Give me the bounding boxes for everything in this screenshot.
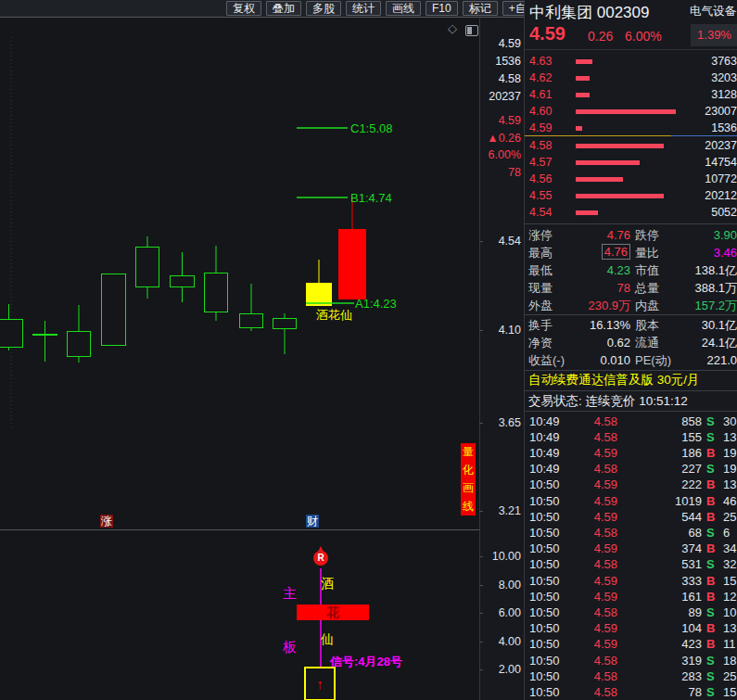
tick-price: 4.58 [594,668,617,684]
stats-row: 净资0.62流通24.1亿 [525,334,737,351]
divider [525,390,737,391]
stat-label: 收益(-) [528,351,565,369]
annotation-a1: A1:4.23 [355,297,397,311]
stat-label: 涨停 [528,226,553,244]
tick-row[interactable]: 10:494.58227S19 [525,461,737,477]
tick-row[interactable]: 10:504.59544B25 [525,509,737,525]
stat-label: 最低 [528,261,553,279]
stat-value: 24.1亿 [702,334,737,351]
gutter-quote-value: 4.59 [499,114,521,127]
quant-drawing-badge[interactable]: 量化画线 [461,443,476,515]
split-screen-icon[interactable] [465,25,478,36]
industry-label[interactable]: 电气设备 [690,4,736,19]
stat-label: 股本 [635,316,659,334]
order-book-row[interactable]: 4.613128 [525,86,737,103]
tick-time: 10:50 [529,525,560,541]
gutter-quote-value: 1536 [495,55,521,68]
tick-row[interactable]: 10:504.59104B13 [525,620,737,636]
stock-code: 002309 [597,4,650,21]
tick-volume: 186 [681,445,702,461]
tick-row[interactable]: 10:504.591019B46 [525,493,737,509]
stat-value: 0.62 [607,334,630,351]
tick-count: 30 [723,414,736,429]
stat-label: 流通 [635,334,659,351]
signal-pin-icon[interactable]: R [313,551,328,566]
stat-value: 138.1亿 [694,261,737,279]
stats-row: 外盘230.9万内盘157.2万 [525,297,737,314]
diamond-icon[interactable]: ◇ [448,21,457,35]
toolbar-button[interactable]: 叠加 [266,1,301,16]
tick-time: 10:50 [529,620,560,636]
badge-char: 线 [463,501,474,513]
tick-row[interactable]: 10:504.58531S32 [525,556,737,572]
badge-char: 画 [463,482,474,494]
stat-value: 221.0 [706,351,737,369]
order-book-row[interactable]: 4.633763 [525,53,737,70]
stat-label: 现量 [528,279,553,297]
tick-row[interactable]: 10:504.5878S15 [525,684,737,700]
order-volume: 3763 [711,53,737,70]
candlestick-chart[interactable] [0,19,479,700]
tick-side: B [706,509,715,525]
tick-row[interactable]: 10:504.59161B12 [525,589,737,605]
stats-row: 最低4.23市值138.1亿 [525,261,737,279]
bid-ask-divider [525,135,737,136]
tick-price: 4.59 [594,445,617,461]
quote-panel: 中利集团 002309 电气设备 4.59 0.26 6.00% 1.39% 4… [524,0,737,700]
tick-volume: 531 [681,556,702,572]
tick-row[interactable]: 10:504.58319S18 [525,653,737,668]
tick-price: 4.59 [594,620,617,636]
toolbar-button[interactable]: 统计 [346,1,381,16]
order-book-row[interactable]: 4.623203 [525,70,737,86]
board-label: 板 [283,639,297,656]
toolbar-button[interactable]: 复权 [226,1,261,16]
tick-price: 4.58 [594,525,617,541]
tick-row[interactable]: 10:504.5889S10 [525,605,737,620]
tick-volume: 319 [681,653,702,668]
order-book-row[interactable]: 4.5714754 [525,154,737,171]
industry-change-badge[interactable]: 1.39% [691,24,737,46]
tick-side: B [706,541,715,556]
tick-price: 4.59 [594,509,617,525]
toolbar-button[interactable]: 标记 [463,1,498,16]
subscription-banner[interactable]: 自动续费通达信普及版 30元/月 [528,372,700,388]
badge-char: 量 [463,446,474,458]
tick-row[interactable]: 10:494.59186B19 [525,445,737,461]
tick-row[interactable]: 10:504.59333B15 [525,573,737,589]
x-label-cai: 财 [306,515,319,528]
tick-row[interactable]: 10:504.59423B11 [525,636,737,652]
order-book-row[interactable]: 4.591536 [525,120,737,136]
tick-row[interactable]: 10:494.58155S13 [525,429,737,445]
toolbar-button[interactable]: 多股 [306,1,341,16]
tick-price: 4.59 [594,541,617,556]
tick-volume: 858 [681,414,702,429]
stat-label: 外盘 [528,297,553,314]
tick-row[interactable]: 10:504.59222B13 [525,477,737,492]
tick-side: S [706,605,715,620]
order-book-row[interactable]: 4.545052 [525,204,737,221]
trading-app-window: 复权叠加多股统计画线F10标记+自选返回 C1:5.08 B1:4.74 A1:… [0,0,737,700]
divider [525,370,737,371]
order-book-row[interactable]: 4.5520212 [525,187,737,204]
tick-volume: 89 [689,605,702,620]
tick-count: 15 [723,573,736,589]
tick-row[interactable]: 10:494.58858S30 [525,414,737,429]
order-volume: 20237 [705,137,737,154]
tick-row[interactable]: 10:504.58283S25 [525,668,737,684]
axis-tick [479,642,483,643]
toolbar-button[interactable]: 画线 [386,1,421,16]
toolbar-button[interactable]: F10 [426,1,458,16]
order-book-row[interactable]: 4.5610772 [525,171,737,187]
tick-row[interactable]: 10:504.5868S6 [525,525,737,541]
tick-price: 4.59 [594,573,617,589]
tick-count: 32 [723,556,736,572]
tick-count: 34 [723,541,736,556]
tick-count: 19 [723,445,736,461]
tick-side: S [706,461,715,477]
order-book-row[interactable]: 4.5820237 [525,137,737,154]
tick-row[interactable]: 10:504.59374B34 [525,541,737,556]
tick-count: 6 [723,525,730,541]
axis-tick [479,613,483,614]
order-book-row[interactable]: 4.6023007 [525,103,737,120]
stat-value: 388.1万 [694,279,737,297]
